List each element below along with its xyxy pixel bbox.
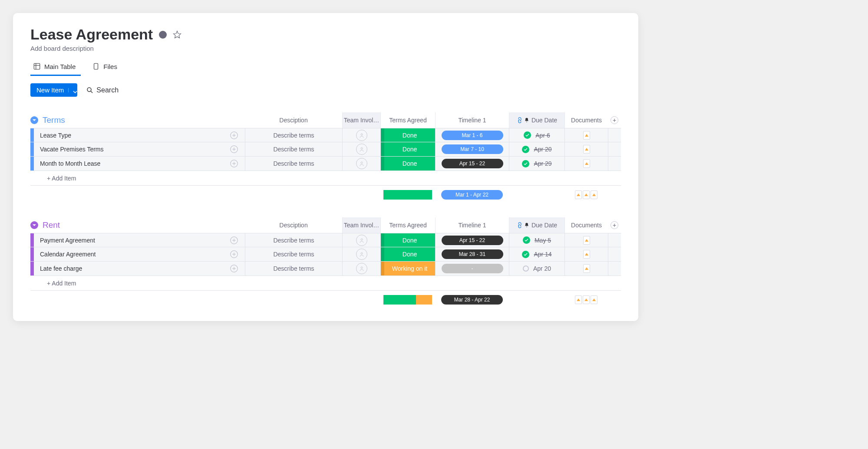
- document-icon[interactable]: [583, 295, 590, 304]
- collapse-toggle[interactable]: [30, 221, 38, 229]
- add-column-button[interactable]: +: [608, 217, 621, 233]
- tab-label: Main Table: [44, 63, 76, 70]
- group-name[interactable]: Terms: [43, 115, 65, 125]
- open-chat-button[interactable]: [229, 159, 239, 168]
- item-name-cell[interactable]: Month to Month Lease: [34, 157, 245, 170]
- team-cell[interactable]: [342, 247, 380, 261]
- table-row[interactable]: Month to Month Lease Describe terms Done…: [30, 157, 621, 171]
- item-name-cell[interactable]: Lease Type: [34, 128, 245, 142]
- open-chat-button[interactable]: [229, 236, 239, 245]
- due-date-cell[interactable]: Apr 14: [509, 247, 564, 261]
- info-icon[interactable]: [159, 31, 167, 39]
- status-cell[interactable]: Done: [380, 247, 435, 261]
- col-timeline[interactable]: Timeline 1: [435, 217, 509, 233]
- status-cell[interactable]: Working on it: [380, 262, 435, 275]
- timeline-cell[interactable]: Apr 15 - 22: [435, 157, 509, 170]
- table-row[interactable]: Payment Agreement Describe terms Done Ap…: [30, 233, 621, 247]
- col-team-involved[interactable]: Team Invol…: [342, 217, 380, 233]
- item-name-cell[interactable]: Late fee charge: [34, 262, 245, 275]
- documents-cell[interactable]: [564, 157, 608, 170]
- status-cell[interactable]: Done: [380, 128, 435, 142]
- board-description-placeholder[interactable]: Add board description: [30, 45, 621, 52]
- document-icon[interactable]: [583, 236, 590, 245]
- document-icon[interactable]: [591, 295, 597, 304]
- open-chat-button[interactable]: [229, 264, 239, 273]
- col-documents[interactable]: Documents: [564, 112, 608, 128]
- col-team-involved[interactable]: Team Invol…: [342, 112, 380, 128]
- document-icon[interactable]: [583, 264, 590, 273]
- team-cell[interactable]: [342, 262, 380, 275]
- document-icon[interactable]: [575, 190, 582, 199]
- description-cell[interactable]: Describe terms: [245, 247, 342, 261]
- add-column-icon[interactable]: +: [611, 221, 618, 229]
- add-column-button[interactable]: +: [608, 112, 621, 128]
- open-chat-button[interactable]: [229, 131, 239, 140]
- table-row[interactable]: Calendar Agreement Describe terms Done M…: [30, 247, 621, 262]
- team-cell[interactable]: [342, 233, 380, 247]
- due-date-cell[interactable]: May 5: [509, 233, 564, 247]
- col-terms-agreed[interactable]: Terms Agreed: [380, 112, 435, 128]
- document-icon[interactable]: [583, 190, 590, 199]
- timeline-cell[interactable]: -: [435, 262, 509, 275]
- status-strip: [381, 247, 384, 261]
- table-row[interactable]: Late fee charge Describe terms Working o…: [30, 262, 621, 276]
- documents-cell[interactable]: [564, 262, 608, 275]
- search-button[interactable]: Search: [86, 86, 119, 94]
- document-icon[interactable]: [583, 145, 590, 154]
- open-chat-button[interactable]: [229, 144, 239, 154]
- col-documents[interactable]: Documents: [564, 217, 608, 233]
- status-cell[interactable]: Done: [380, 233, 435, 247]
- item-name-cell[interactable]: Calendar Agreement: [34, 247, 245, 261]
- svg-point-5: [361, 134, 363, 135]
- description-cell[interactable]: Describe terms: [245, 262, 342, 275]
- item-name: Payment Agreement: [40, 237, 95, 244]
- new-item-button[interactable]: New Item: [30, 83, 77, 97]
- team-cell[interactable]: [342, 157, 380, 170]
- person-icon: [358, 265, 365, 272]
- open-chat-button[interactable]: [229, 249, 239, 259]
- add-column-icon[interactable]: +: [611, 116, 618, 124]
- description-cell[interactable]: Describe terms: [245, 157, 342, 170]
- add-item-button[interactable]: + Add Item: [34, 280, 76, 287]
- due-date-cell[interactable]: Apr 29: [509, 157, 564, 170]
- document-icon[interactable]: [583, 131, 590, 140]
- documents-cell[interactable]: [564, 247, 608, 261]
- col-terms-agreed[interactable]: Terms Agreed: [380, 217, 435, 233]
- team-cell[interactable]: [342, 142, 380, 156]
- add-item-button[interactable]: + Add Item: [34, 175, 76, 182]
- timeline-cell[interactable]: Mar 28 - 31: [435, 247, 509, 261]
- status-cell[interactable]: Done: [380, 142, 435, 156]
- due-date-cell[interactable]: Apr 6: [509, 128, 564, 142]
- item-name-cell[interactable]: Vacate Premises Terms: [34, 142, 245, 156]
- description-cell[interactable]: Describe terms: [245, 233, 342, 247]
- document-icon[interactable]: [583, 250, 590, 259]
- tab-main-table[interactable]: Main Table: [30, 60, 81, 76]
- documents-cell[interactable]: [564, 142, 608, 156]
- document-icon[interactable]: [583, 159, 590, 168]
- timeline-cell[interactable]: Mar 1 - 6: [435, 128, 509, 142]
- due-date-cell[interactable]: Apr 20: [509, 262, 564, 275]
- table-row[interactable]: Vacate Premises Terms Describe terms Don…: [30, 142, 621, 157]
- documents-cell[interactable]: [564, 233, 608, 247]
- document-icon[interactable]: [575, 295, 582, 304]
- team-cell[interactable]: [342, 128, 380, 142]
- group-name[interactable]: Rent: [43, 220, 60, 230]
- col-description[interactable]: Desciption: [245, 217, 342, 233]
- description-cell[interactable]: Describe terms: [245, 142, 342, 156]
- star-icon[interactable]: [173, 30, 182, 39]
- tab-files[interactable]: Files: [89, 60, 122, 76]
- collapse-toggle[interactable]: [30, 116, 38, 124]
- item-name-cell[interactable]: Payment Agreement: [34, 233, 245, 247]
- due-date-cell[interactable]: Apr 20: [509, 142, 564, 156]
- col-description[interactable]: Desciption: [245, 112, 342, 128]
- document-icon[interactable]: [591, 190, 597, 199]
- table-row[interactable]: Lease Type Describe terms Done Mar 1 - 6…: [30, 128, 621, 142]
- timeline-cell[interactable]: Apr 15 - 22: [435, 233, 509, 247]
- description-cell[interactable]: Describe terms: [245, 128, 342, 142]
- col-due-date[interactable]: Due Date: [509, 217, 564, 233]
- timeline-cell[interactable]: Mar 7 - 10: [435, 142, 509, 156]
- col-timeline[interactable]: Timeline 1: [435, 112, 509, 128]
- col-due-date[interactable]: Due Date: [509, 112, 564, 128]
- status-cell[interactable]: Done: [380, 157, 435, 170]
- documents-cell[interactable]: [564, 128, 608, 142]
